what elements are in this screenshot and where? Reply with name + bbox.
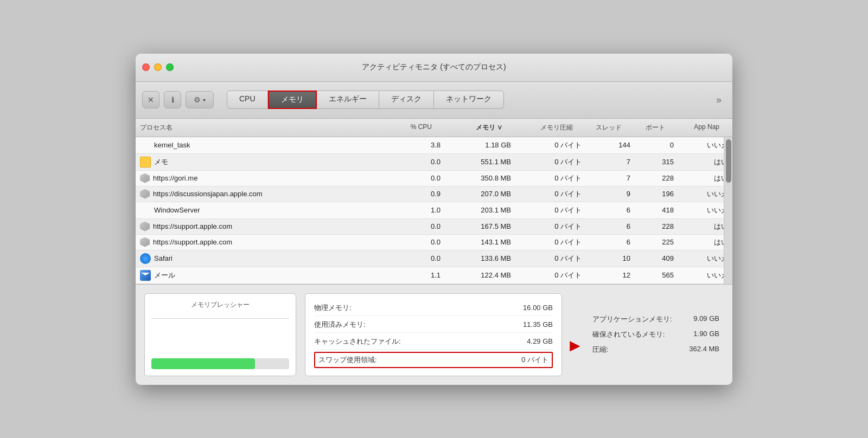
table-cell: 0 バイト <box>515 268 586 283</box>
safari-icon <box>140 253 151 264</box>
table-row[interactable]: メール1.1122.4 MB0 バイト12565いいえ <box>136 267 732 284</box>
right-stat-compressed-value: 362.4 MB <box>689 345 719 355</box>
table-cell: 7 <box>586 155 635 169</box>
process-name-cell: WindowServer <box>136 202 391 218</box>
table-cell: 228 <box>635 171 678 185</box>
tab-cpu[interactable]: CPU <box>227 91 268 109</box>
minimize-button[interactable] <box>154 63 162 71</box>
table-cell: 196 <box>635 187 678 201</box>
shield-icon <box>140 237 150 247</box>
memory-stats-box: 物理メモリ: 16.00 GB 使用済みメモリ: 11.35 GB キャッシュさ… <box>305 293 562 376</box>
chevron-down-icon: ▾ <box>203 97 206 103</box>
table-cell: 207.0 MB <box>445 187 515 201</box>
close-button[interactable] <box>142 63 150 71</box>
process-name-cell: kernel_task <box>136 137 391 153</box>
tab-energy[interactable]: エネルギー <box>317 91 379 109</box>
header-memory[interactable]: メモリ ∨ <box>436 121 507 134</box>
table-cell: 409 <box>635 252 678 265</box>
scrollbar-track[interactable] <box>724 137 732 284</box>
info-icon: ℹ <box>171 95 174 104</box>
memory-pressure-label: メモリプレッシャー <box>151 300 289 310</box>
bottom-stats-wrapper: 物理メモリ: 16.00 GB 使用済みメモリ: 11.35 GB キャッシュさ… <box>305 293 724 376</box>
table-cell: 6 <box>586 203 635 217</box>
table-cell: 228 <box>635 220 678 233</box>
table-cell: 0.0 <box>391 171 445 185</box>
table-row[interactable]: https://support.apple.com0.0143.1 MB0 バイ… <box>136 235 732 250</box>
header-memory-compressed[interactable]: メモリ圧縮 <box>507 121 577 134</box>
process-name: https://support.apple.com <box>153 222 232 230</box>
header-name[interactable]: プロセス名 <box>136 121 382 134</box>
table-cell: 0.0 <box>391 220 445 233</box>
table-row[interactable]: WindowServer1.0203.1 MB0 バイト6418いいえ <box>136 202 732 219</box>
table-rows-container: kernel_task3.81.18 GB0 バイト1440いいえメモ0.055… <box>136 137 732 284</box>
table-cell: 203.1 MB <box>445 203 515 217</box>
right-stat-app-memory: アプリケーションメモリ: 9.09 GB <box>592 313 719 326</box>
process-name: メモ <box>154 157 168 167</box>
process-name-cell: https://support.apple.com <box>136 219 391 234</box>
table-cell: 315 <box>635 155 678 169</box>
table-row[interactable]: https://support.apple.com0.0167.5 MB0 バイ… <box>136 219 732 235</box>
stat-cached-value: 4.29 GB <box>527 337 553 345</box>
info-button[interactable]: ℹ <box>164 91 181 108</box>
process-name: メール <box>154 270 175 280</box>
table-row[interactable]: https://gori.me0.0350.8 MB0 バイト7228はい <box>136 171 732 186</box>
table-cell: 0 <box>635 138 678 152</box>
table-cell: 0 バイト <box>515 171 586 186</box>
stat-used-memory: 使用済みメモリ: 11.35 GB <box>314 317 553 333</box>
table-cell: 6 <box>586 235 635 249</box>
maximize-button[interactable] <box>166 63 174 71</box>
table-cell: 143.1 MB <box>445 235 515 249</box>
table-cell: 1.18 GB <box>445 138 515 152</box>
tab-network[interactable]: ネットワーク <box>434 91 504 109</box>
table-cell: 0 バイト <box>515 251 586 266</box>
tab-memory[interactable]: メモリ <box>268 91 317 109</box>
right-stats-box: アプリケーションメモリ: 9.09 GB 確保されているメモリ: 1.90 GB… <box>588 293 724 376</box>
process-name: WindowServer <box>154 206 200 214</box>
more-button[interactable]: » <box>712 92 726 108</box>
table-row[interactable]: Safari0.0133.6 MB0 バイト10409いいえ <box>136 250 732 267</box>
stat-cached-label: キャッシュされたファイル: <box>314 337 401 346</box>
scrollbar-header-spacer <box>724 121 732 134</box>
table-cell: 10 <box>586 252 635 265</box>
gear-icon: ⚙ <box>194 95 201 104</box>
table-row[interactable]: kernel_task3.81.18 GB0 バイト1440いいえ <box>136 137 732 154</box>
stat-physical-value: 16.00 GB <box>523 304 553 312</box>
table-cell: 6 <box>586 220 635 233</box>
process-name-cell: https://discussionsjapan.apple.com <box>136 186 391 202</box>
table-header: プロセス名 % CPU メモリ ∨ メモリ圧縮 スレッド ポート App Nap <box>136 119 732 137</box>
right-stat-app-label: アプリケーションメモリ: <box>592 314 672 324</box>
stat-physical-memory: 物理メモリ: 16.00 GB <box>314 300 553 316</box>
right-stat-wired-value: 1.90 GB <box>693 330 719 339</box>
no-icon <box>140 140 151 151</box>
tab-disk[interactable]: ディスク <box>379 91 434 109</box>
table-cell: 225 <box>635 235 678 249</box>
table-cell: 0 バイト <box>515 219 586 234</box>
table-cell: 565 <box>635 268 678 282</box>
traffic-lights <box>142 63 174 71</box>
gear-button[interactable]: ⚙ ▾ <box>186 91 214 108</box>
shield-icon <box>140 222 150 231</box>
table-row[interactable]: メモ0.0551.1 MB0 バイト7315はい <box>136 154 732 171</box>
process-name: Safari <box>154 254 173 262</box>
right-stat-wired-memory: 確保されているメモリ: 1.90 GB <box>592 328 719 341</box>
process-name: https://support.apple.com <box>153 238 232 246</box>
header-cpu[interactable]: % CPU <box>382 121 436 134</box>
table-cell: 418 <box>635 203 678 217</box>
close-process-button[interactable]: ✕ <box>142 91 159 108</box>
header-threads[interactable]: スレッド <box>577 121 626 134</box>
memory-pressure-chart <box>151 325 289 354</box>
memory-bar <box>151 358 255 369</box>
header-ports[interactable]: ポート <box>626 121 669 134</box>
table-body[interactable]: kernel_task3.81.18 GB0 バイト1440いいえメモ0.055… <box>136 137 732 284</box>
table-row[interactable]: https://discussionsjapan.apple.com0.9207… <box>136 186 732 202</box>
table-cell: 0 バイト <box>515 203 586 218</box>
stat-swap: スワップ使用領域: 0 バイト <box>314 352 553 368</box>
memory-pressure-divider <box>151 318 289 319</box>
scrollbar-thumb[interactable] <box>726 139 731 183</box>
right-stat-compressed: 圧縮: 362.4 MB <box>592 343 719 356</box>
table-cell: 0.0 <box>391 235 445 249</box>
title-bar: アクティビティモニタ (すべてのプロセス) <box>136 54 732 82</box>
mail-icon <box>140 270 151 281</box>
process-name: https://discussionsjapan.apple.com <box>153 190 263 198</box>
header-appnap[interactable]: App Nap <box>669 121 724 134</box>
